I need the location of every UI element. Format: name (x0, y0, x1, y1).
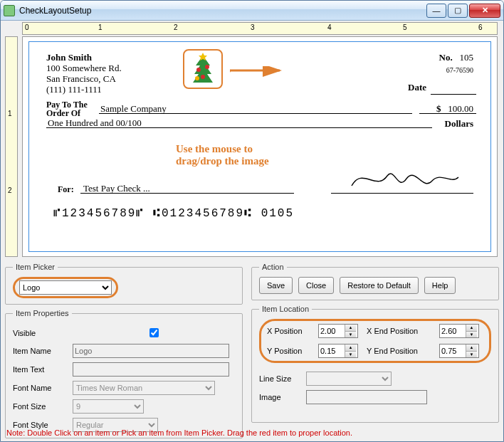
ruler-label: 1 (8, 110, 12, 117)
routing-small: 67-76590 (446, 66, 473, 74)
item-name-label: Item Name (13, 347, 73, 355)
memo-label: For: (58, 184, 74, 195)
spin-down-icon[interactable]: ▼ (466, 332, 477, 338)
payer-phone: (111) 111-1111 (46, 84, 102, 95)
save-button[interactable]: Save (259, 277, 293, 294)
ruler-label: 0 (25, 23, 29, 31)
visible-checkbox[interactable] (75, 328, 233, 337)
item-picker-group: Item Picker Logo (5, 263, 243, 305)
image-field (306, 390, 427, 404)
spin-down-icon[interactable]: ▼ (345, 352, 356, 358)
close-button[interactable]: ✕ (469, 4, 500, 18)
item-text-field (73, 362, 229, 377)
panels: Item Picker Logo Item Properties Visible… (5, 263, 499, 423)
date-label: Date (408, 82, 426, 93)
check-preview: John Smith 100 Somewhere Rd. San Francis… (28, 41, 491, 252)
x-position-stepper[interactable]: ▲▼ (318, 324, 358, 338)
payer-addr2: San Francisco, CA (46, 73, 116, 84)
date-line (431, 94, 476, 95)
font-size-select: 9 (73, 399, 144, 414)
payto-label-2: Order Of (46, 108, 80, 118)
font-name-label: Font Name (13, 384, 73, 392)
maximize-button[interactable]: ▢ (448, 4, 468, 18)
action-legend: Action (259, 263, 287, 271)
y-end-position-stepper[interactable]: ▲▼ (439, 344, 479, 358)
close-action-button[interactable]: Close (298, 277, 334, 294)
item-properties-legend: Item Properties (13, 309, 72, 317)
annotation-line: Use the mouse to (176, 143, 253, 154)
check-canvas[interactable]: John Smith 100 Somewhere Rd. San Francis… (22, 36, 498, 257)
ruler-label: 1 (98, 23, 103, 31)
spin-up-icon[interactable]: ▲ (466, 325, 477, 332)
check-number-value: 105 (460, 52, 474, 63)
app-window: CheckLayoutSetup — ▢ ✕ 0 1 2 3 4 5 6 1 2… (0, 0, 504, 442)
annotation-text: Use the mouse to drag/drop the image (176, 143, 269, 167)
check-number-label: No. (439, 52, 453, 63)
picker-highlight: Logo (13, 277, 118, 298)
check-number: No. 105 (439, 52, 473, 63)
item-properties-group: Item Properties Visible Item Name Item T… (5, 309, 243, 438)
app-icon (4, 5, 15, 16)
y-position-label: Y Position (267, 347, 314, 355)
ruler-label: 2 (174, 23, 178, 31)
y-position-input[interactable] (319, 344, 345, 357)
payer-addr1: 100 Somewhere Rd. (46, 63, 122, 73)
dollars-label: Dollars (445, 118, 473, 130)
line-size-select (306, 372, 392, 386)
footer-note: Note: Double Click on an item or Pick an… (6, 428, 498, 437)
right-column: Action Save Close Restore to Default Hel… (251, 263, 499, 423)
signature-icon (348, 163, 462, 196)
restore-default-button[interactable]: Restore to Default (340, 277, 419, 294)
x-position-label: X Position (267, 327, 314, 335)
logo-item[interactable] (183, 49, 223, 89)
amount-words: One Hundred and 00/100 (48, 117, 142, 129)
ruler-label: 3 (251, 23, 255, 31)
item-picker-select[interactable]: Logo (19, 280, 112, 295)
font-size-label: Font Size (13, 402, 73, 411)
item-location-group: Item Location X Position ▲▼ X End Positi… (251, 305, 499, 423)
x-end-position-input[interactable] (440, 325, 466, 337)
minimize-button[interactable]: — (426, 4, 446, 18)
payto-label: Pay To The Order Of (46, 100, 88, 117)
client-area: 0 1 2 3 4 5 6 1 2 John Smith 100 Somewhe… (1, 21, 503, 441)
ruler-label: 2 (8, 186, 12, 194)
y-end-position-input[interactable] (440, 344, 466, 357)
item-picker-legend: Item Picker (13, 263, 58, 271)
ruler-label: 4 (327, 23, 332, 31)
memo-value: Test Pay Check ... (83, 183, 150, 194)
amount-value: 100.00 (436, 103, 473, 115)
titlebar[interactable]: CheckLayoutSetup — ▢ ✕ (1, 1, 503, 21)
ruler-vertical: 1 2 (5, 36, 18, 257)
y-position-stepper[interactable]: ▲▼ (318, 344, 358, 358)
spin-up-icon[interactable]: ▲ (466, 344, 477, 352)
x-end-position-stepper[interactable]: ▲▼ (439, 324, 479, 338)
item-location-legend: Item Location (259, 305, 312, 313)
micr-line: ⑈123456789⑈ ⑆0123456789⑆ 0105 (53, 207, 294, 220)
line-size-label: Line Size (259, 374, 306, 383)
svg-point-1 (196, 68, 201, 72)
ruler-label: 5 (403, 23, 407, 31)
action-group: Action Save Close Restore to Default Hel… (251, 263, 499, 300)
payer-block: John Smith 100 Somewhere Rd. San Francis… (46, 52, 122, 95)
left-column: Item Picker Logo Item Properties Visible… (5, 263, 243, 423)
payto-value: Sample Company (100, 103, 167, 115)
item-text-label: Item Text (13, 365, 73, 374)
window-title: CheckLayoutSetup (19, 6, 425, 16)
y-end-position-label: Y End Position (367, 347, 435, 355)
image-label: Image (259, 393, 306, 401)
x-position-input[interactable] (319, 325, 345, 337)
payer-name: John Smith (46, 52, 92, 63)
annotation-line: drag/drop the image (176, 155, 269, 167)
x-end-position-label: X End Position (367, 327, 435, 335)
location-highlight: X Position ▲▼ X End Position ▲▼ Y Positi… (259, 319, 491, 363)
spin-down-icon[interactable]: ▼ (345, 332, 356, 338)
tree-icon (189, 53, 217, 85)
spin-up-icon[interactable]: ▲ (345, 344, 356, 352)
spin-down-icon[interactable]: ▼ (466, 352, 477, 358)
svg-point-3 (201, 75, 205, 79)
font-name-select: Times New Roman (73, 381, 215, 395)
spin-up-icon[interactable]: ▲ (345, 325, 356, 332)
visible-label: Visible (13, 329, 73, 337)
help-button[interactable]: Help (424, 277, 456, 294)
svg-point-2 (205, 65, 209, 69)
